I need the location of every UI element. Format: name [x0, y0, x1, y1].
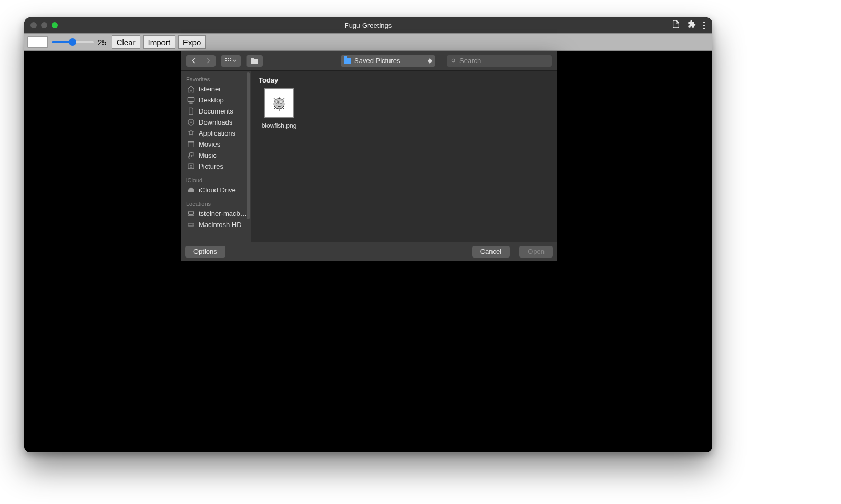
svg-rect-0: [225, 58, 227, 59]
sidebar-item-home[interactable]: tsteiner: [181, 84, 251, 95]
cloud-icon: [187, 186, 195, 194]
sidebar-header-icloud: iCloud: [181, 175, 251, 184]
svg-point-23: [276, 101, 278, 102]
file-item[interactable]: blowfish.png: [259, 88, 300, 129]
open-button[interactable]: Open: [519, 246, 553, 258]
new-file-icon[interactable]: [672, 20, 680, 30]
app-window: Fugu Greetings 25 Clear Import Expo: [24, 17, 712, 452]
content-group-header: Today: [259, 76, 550, 84]
download-icon: [187, 118, 195, 126]
dialog-body: Favorites tsteiner Desktop Documents Dow…: [181, 71, 557, 242]
search-field[interactable]: [447, 55, 552, 67]
sidebar-item-music[interactable]: Music: [181, 150, 251, 161]
svg-point-20: [193, 224, 193, 225]
sidebar-item-icloud-drive[interactable]: iCloud Drive: [181, 184, 251, 196]
title-actions: [672, 17, 709, 33]
svg-rect-17: [189, 211, 194, 214]
sidebar-item-applications[interactable]: Applications: [181, 128, 251, 139]
dialog-content: Today: [251, 71, 557, 242]
music-icon: [187, 151, 195, 159]
sidebar-item-disk[interactable]: Macintosh HD: [181, 219, 251, 230]
path-selector[interactable]: Saved Pictures: [341, 55, 435, 67]
close-window-button[interactable]: [30, 22, 37, 28]
dialog-toolbar: Saved Pictures: [181, 51, 557, 71]
desktop-icon: [187, 96, 195, 104]
sidebar-scrollbar[interactable]: [247, 72, 250, 219]
cancel-button[interactable]: Cancel: [472, 246, 510, 258]
view-mode-button[interactable]: [221, 55, 241, 67]
updown-icon: [428, 58, 432, 64]
svg-line-31: [274, 108, 275, 109]
sidebar-item-desktop[interactable]: Desktop: [181, 95, 251, 106]
svg-rect-13: [188, 142, 194, 147]
svg-point-21: [274, 99, 284, 109]
app-toolbar: 25 Clear Import Expo: [24, 33, 712, 51]
path-label: Saved Pictures: [354, 57, 425, 65]
movies-icon: [187, 140, 195, 148]
search-icon: [451, 58, 456, 64]
svg-line-28: [283, 98, 284, 100]
export-button[interactable]: Expo: [178, 35, 206, 49]
nav-forward-button[interactable]: [201, 55, 216, 67]
folder-icon: [344, 58, 351, 64]
nav-seg: [186, 55, 216, 67]
svg-point-25: [280, 101, 281, 102]
file-open-dialog: Saved Pictures Favorites tsteiner: [181, 51, 557, 261]
svg-line-32: [283, 108, 284, 109]
clear-button[interactable]: Clear: [112, 35, 140, 49]
laptop-icon: [187, 210, 195, 218]
sidebar-header-locations: Locations: [181, 199, 251, 208]
svg-rect-1: [228, 58, 229, 59]
brush-size-value: 25: [98, 38, 107, 47]
maximize-window-button[interactable]: [52, 22, 58, 28]
svg-rect-10: [188, 98, 194, 102]
options-button[interactable]: Options: [185, 246, 225, 258]
import-button[interactable]: Import: [143, 35, 176, 49]
window-controls: [30, 22, 58, 28]
nav-back-button[interactable]: [186, 55, 201, 67]
svg-rect-4: [228, 60, 229, 61]
sidebar-item-movies[interactable]: Movies: [181, 139, 251, 150]
file-name: blowfish.png: [259, 122, 300, 129]
color-swatch[interactable]: [27, 36, 48, 48]
window-title: Fugu Greetings: [24, 22, 712, 29]
svg-line-27: [274, 98, 275, 100]
sidebar-item-downloads[interactable]: Downloads: [181, 117, 251, 128]
applications-icon: [187, 129, 195, 137]
sidebar-header-favorites: Favorites: [181, 74, 251, 84]
titlebar: Fugu Greetings: [24, 17, 712, 33]
blowfish-icon: [270, 94, 288, 112]
minimize-window-button[interactable]: [41, 22, 47, 28]
brush-size-slider[interactable]: [52, 37, 94, 47]
svg-line-9: [454, 61, 456, 63]
svg-rect-2: [230, 58, 231, 59]
more-menu-icon[interactable]: [703, 22, 705, 29]
svg-point-16: [190, 166, 192, 168]
document-icon: [187, 107, 195, 115]
file-thumbnail: [264, 88, 294, 118]
group-by-button[interactable]: [246, 55, 263, 67]
dialog-sidebar: Favorites tsteiner Desktop Documents Dow…: [181, 71, 251, 242]
svg-point-8: [452, 59, 455, 62]
pictures-icon: [187, 162, 195, 170]
svg-rect-6: [251, 59, 258, 64]
svg-rect-7: [251, 58, 254, 59]
sidebar-item-laptop[interactable]: tsteiner-macb…: [181, 208, 251, 219]
search-input[interactable]: [459, 57, 548, 65]
svg-rect-3: [225, 60, 227, 61]
dialog-footer: Options Cancel Open: [181, 242, 557, 261]
home-icon: [187, 85, 195, 93]
disk-icon: [187, 221, 195, 229]
sidebar-item-documents[interactable]: Documents: [181, 106, 251, 117]
svg-rect-15: [188, 164, 194, 169]
svg-rect-5: [230, 60, 231, 61]
sidebar-item-pictures[interactable]: Pictures: [181, 161, 251, 172]
extensions-icon[interactable]: [688, 20, 696, 30]
